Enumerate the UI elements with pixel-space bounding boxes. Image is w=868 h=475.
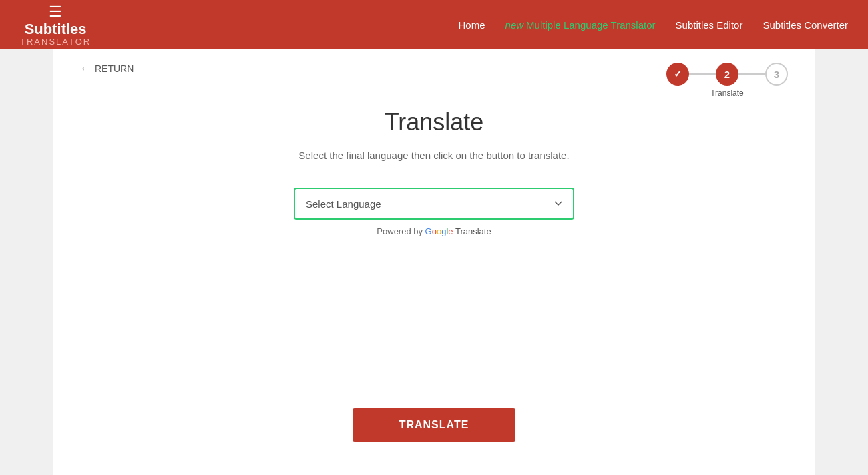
language-select-wrapper: Select LanguageAfrikaansAlbanianArabicBa…: [80, 188, 788, 236]
step1-container: ✓: [666, 63, 689, 86]
logo: ☰ Subtitles TRANSLATOR: [20, 3, 91, 47]
step2-container: 2 Translate: [716, 63, 738, 86]
step2-active-label: Translate: [710, 88, 744, 98]
powered-by: Powered by Google Translate: [377, 226, 491, 236]
translate-btn-wrapper: TRANSLATE: [53, 408, 815, 442]
translate-button[interactable]: TRANSLATE: [353, 408, 516, 442]
nav-translator-label: Multiple Language Translator: [526, 19, 655, 31]
logo-title: Subtitles: [25, 22, 87, 37]
page-subtitle: Select the final language then click on …: [80, 150, 788, 161]
nav: Home newMultiple Language Translator Sub…: [459, 19, 848, 31]
translate-label: Translate: [453, 226, 491, 236]
nav-translator[interactable]: newMultiple Language Translator: [505, 19, 656, 31]
return-label: RETURN: [95, 63, 134, 74]
nav-new-label: new: [505, 19, 524, 31]
step1-label: ✓: [674, 68, 682, 80]
nav-editor[interactable]: Subtitles Editor: [676, 19, 743, 31]
google-e: e: [448, 226, 453, 236]
language-select[interactable]: Select LanguageAfrikaansAlbanianArabicBa…: [294, 188, 574, 220]
google-o1: o: [432, 226, 437, 236]
stepper: ✓ 2 Translate 3: [666, 63, 788, 86]
content-box: ← RETURN ✓ 2 Translate 3: [53, 49, 815, 475]
logo-icon: ☰: [49, 3, 62, 21]
step2-label: 2: [724, 69, 730, 80]
main-wrapper: ← RETURN ✓ 2 Translate 3: [0, 49, 868, 475]
page-title: Translate: [80, 108, 788, 136]
step-line-1: [689, 73, 716, 75]
powered-by-prefix: Powered by: [377, 226, 425, 236]
logo-subtitle: TRANSLATOR: [20, 37, 91, 47]
header: ☰ Subtitles TRANSLATOR Home newMultiple …: [0, 0, 868, 49]
step2-circle: 2: [716, 63, 738, 86]
google-g: G: [425, 226, 432, 236]
step1-circle: ✓: [666, 63, 689, 86]
nav-home[interactable]: Home: [459, 19, 485, 31]
step3-label: 3: [774, 69, 779, 80]
nav-converter[interactable]: Subtitles Converter: [763, 19, 848, 31]
step3-container: 3: [765, 63, 788, 86]
step-line-2: [738, 73, 765, 75]
return-arrow-icon: ←: [80, 63, 91, 75]
step3-circle: 3: [765, 63, 788, 86]
